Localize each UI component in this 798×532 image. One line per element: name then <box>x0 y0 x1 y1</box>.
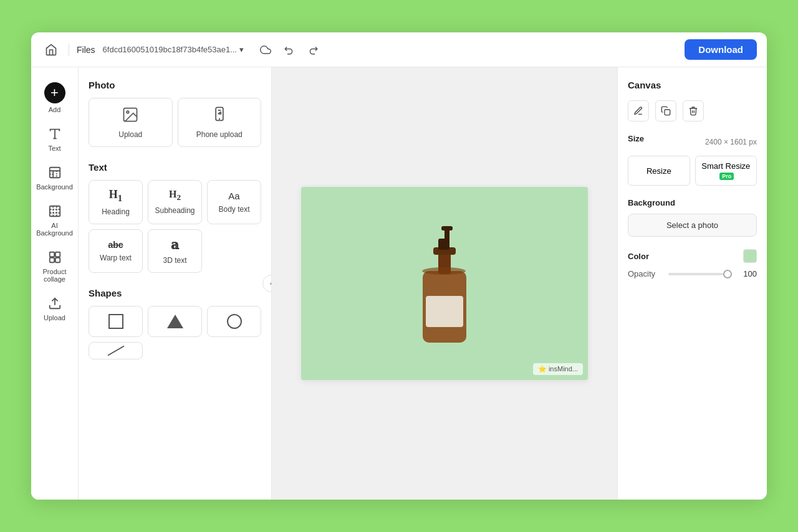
photo-upload-tile[interactable]: Upload <box>89 98 173 147</box>
delete-button[interactable] <box>683 100 704 121</box>
select-photo-button[interactable]: Select a photo <box>628 214 757 237</box>
size-value: 2400 × 1601 px <box>705 138 757 146</box>
color-label: Color <box>628 252 649 261</box>
size-label: Size <box>628 134 644 143</box>
text-section-title: Text <box>89 162 261 173</box>
ai-background-icon <box>47 203 63 219</box>
watermark: ⭐ insMind... <box>533 363 583 375</box>
body-text-tile[interactable]: Aa Body text <box>207 180 261 224</box>
triangle-shape-tile[interactable] <box>148 306 202 337</box>
pro-badge: Pro <box>719 173 734 180</box>
photo-section-title: Photo <box>89 80 261 90</box>
divider <box>69 44 69 56</box>
opacity-row: Opacity 100 <box>628 269 757 278</box>
sidebar-item-background[interactable]: Background <box>36 159 74 196</box>
canvas[interactable]: ⭐ insMind... <box>301 187 588 380</box>
sidebar-item-product-collage-label: Product collage <box>39 268 71 283</box>
subheading-tile[interactable]: H2 Subheading <box>148 180 202 224</box>
smart-resize-button[interactable]: Smart Resize Pro <box>695 156 757 186</box>
sidebar-item-upload[interactable]: Upload <box>36 290 74 326</box>
svg-rect-8 <box>49 258 54 262</box>
color-row: Color <box>628 249 757 263</box>
phone-upload-label: Phone upload <box>196 130 243 139</box>
square-icon <box>108 314 123 329</box>
sidebar-item-product-collage[interactable]: Product collage <box>36 244 74 288</box>
product-collage-icon <box>47 249 63 265</box>
sidebar-item-text-label: Text <box>48 145 60 152</box>
3d-text-tile[interactable]: 𝕒 3D text <box>148 229 202 273</box>
color-section: Color Opacity 100 <box>628 249 757 278</box>
heading-tile[interactable]: H1 Heading <box>89 180 143 224</box>
sidebar-item-add-label: Add <box>49 106 61 113</box>
opacity-thumb <box>723 270 732 278</box>
add-circle-icon: + <box>44 82 65 103</box>
shapes-section-title: Shapes <box>89 288 261 298</box>
redo-button[interactable] <box>304 40 322 59</box>
resize-button[interactable]: Resize <box>628 156 690 186</box>
text-icon <box>47 126 63 142</box>
format-button[interactable] <box>628 100 649 121</box>
background-section: Background Select a photo <box>628 198 757 237</box>
app-window: Files 6fdcd160051019bc18f73b4fe53ae1... … <box>31 32 767 500</box>
circle-shape-tile[interactable] <box>207 306 261 337</box>
size-section: Size 2400 × 1601 px Resize Smart Resize … <box>628 134 757 186</box>
warp-text-tile[interactable]: abc Warp text <box>89 229 143 273</box>
circle-icon <box>227 314 242 329</box>
opacity-label: Opacity <box>628 269 662 278</box>
photo-upload-label: Upload <box>118 130 142 139</box>
cloud-sync-button[interactable] <box>256 40 275 59</box>
opacity-slider[interactable] <box>668 273 732 275</box>
collapse-panel-button[interactable]: ‹ <box>262 275 272 292</box>
home-button[interactable] <box>41 40 61 60</box>
line-icon <box>107 345 124 356</box>
svg-rect-6 <box>49 252 54 257</box>
photo-upload-icon <box>122 106 139 126</box>
canvas-panel-title: Canvas <box>628 80 757 90</box>
resize-buttons: Resize Smart Resize Pro <box>628 156 757 186</box>
shapes-section: Shapes <box>89 288 261 359</box>
svg-point-24 <box>422 267 466 275</box>
canvas-area[interactable]: ⭐ insMind... <box>272 67 617 500</box>
svg-rect-7 <box>55 252 59 257</box>
photo-section: Photo Upload <box>89 80 261 147</box>
svg-rect-9 <box>55 258 59 262</box>
sidebar-item-upload-label: Upload <box>44 314 65 321</box>
files-link[interactable]: Files <box>77 45 95 55</box>
background-icon <box>47 164 63 181</box>
warp-text-label: Warp text <box>100 254 132 262</box>
warp-text-icon: abc <box>108 240 123 250</box>
svg-rect-5 <box>49 206 60 217</box>
sidebar-icons: + Add Text <box>31 67 79 500</box>
sidebar-item-add[interactable]: + Add <box>36 77 74 118</box>
shapes-tile-grid <box>89 306 261 359</box>
topbar-actions <box>256 40 322 59</box>
background-label: Background <box>628 198 757 207</box>
size-row: Size 2400 × 1601 px <box>628 134 757 150</box>
svg-rect-2 <box>49 168 60 178</box>
sidebar-item-text[interactable]: Text <box>36 121 74 157</box>
subheading-icon: H2 <box>169 189 181 202</box>
photo-tile-grid: Upload Phone upload <box>89 98 261 147</box>
svg-rect-18 <box>426 296 463 327</box>
color-swatch[interactable] <box>743 249 757 263</box>
3d-text-label: 3D text <box>163 256 186 265</box>
sidebar-item-ai-background[interactable]: AI Background <box>36 198 74 242</box>
phone-upload-tile[interactable]: Phone upload <box>178 98 262 147</box>
body-text-label: Body text <box>218 205 249 214</box>
filename-display[interactable]: 6fdcd160051019bc18f73b4fe53ae1... ▾ <box>103 45 244 54</box>
main-layout: + Add Text <box>31 67 767 500</box>
topbar: Files 6fdcd160051019bc18f73b4fe53ae1... … <box>31 32 767 67</box>
text-tile-grid: H1 Heading H2 Subheading Aa Body text ab… <box>89 180 261 273</box>
duplicate-button[interactable] <box>655 100 676 121</box>
download-button[interactable]: Download <box>685 39 757 60</box>
3d-text-icon: 𝕒 <box>171 237 179 252</box>
undo-button[interactable] <box>280 40 299 59</box>
square-shape-tile[interactable] <box>89 306 143 337</box>
phone-upload-icon <box>211 106 228 126</box>
line-shape-tile[interactable] <box>89 342 143 359</box>
right-panel: Canvas <box>617 67 767 500</box>
text-section: Text H1 Heading H2 Subheading Aa Body te… <box>89 162 261 273</box>
svg-rect-23 <box>441 226 453 230</box>
sidebar-item-ai-background-label: AI Background <box>36 222 73 237</box>
left-panel: Photo Upload <box>79 67 272 500</box>
